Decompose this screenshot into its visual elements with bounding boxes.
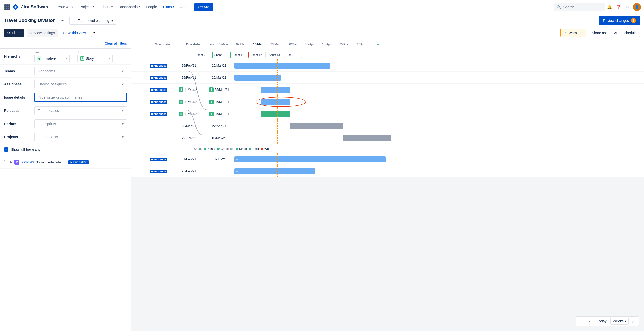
help-icon[interactable]: ❓ [615,3,623,11]
nav-projects[interactable]: Projects ▾ [76,0,98,14]
bar-4 [261,99,290,105]
clear-all-filters-button[interactable]: Clear all filters [105,41,127,45]
release-koala-dot [204,148,206,150]
nav-filters[interactable]: Filters ▾ [97,0,115,14]
timeline-date-2: 16/Mar [249,43,267,46]
chevron-down-icon: ▾ [625,319,626,323]
save-view-button[interactable]: Save this view [60,29,89,37]
arrow-left-icon: ← [234,76,239,79]
release-emu: Emu [249,147,259,151]
assignees-label: Assignees [4,82,34,86]
issue-row-bottom: ▶ P IOS-543 Social media integr... IN PR… [0,156,131,169]
today-marker-r6 [277,120,278,132]
filter-panel: Clear all filters Hierarchy From ◎ Initi… [0,38,131,331]
chevron-down-icon: ▾ [65,57,67,60]
nav-plans[interactable]: Plans ▾ [160,0,177,14]
today-button[interactable]: Today [594,318,609,325]
issue-status: IN PROGRESS [68,160,89,164]
avatar[interactable]: 👤 [633,3,641,11]
collapse-timeline-icon[interactable]: «» [210,42,214,46]
filters-button[interactable]: ⚙ Filters [4,29,24,37]
settings-icon[interactable]: ⚙ [624,3,632,11]
expand-button[interactable]: ⤢ [630,318,637,325]
row-4-start: S 11/Mar/21 [174,100,204,104]
weeks-dropdown[interactable]: Weeks ▾ [610,318,629,325]
issue-key[interactable]: IOS-543 [21,160,34,164]
prev-button[interactable]: ‹ [578,318,585,325]
show-hierarchy-label: Show full hierarchy [11,147,40,152]
chevron-down-icon: ▾ [122,122,124,126]
logo-text: Jira Software [21,4,50,10]
nav-dashboards[interactable]: Dashboards ▾ [116,0,143,14]
review-changes-button[interactable]: Review changes 2 [599,16,640,25]
chevron-down-icon: ▾ [122,135,124,139]
hierarchy-to-select[interactable]: S Story ▾ [77,55,113,62]
hierarchy-filter-row: Hierarchy From ◎ Initiative ▾ → To [0,49,131,65]
timeline-date-4: 30/Mar [284,43,301,46]
nav-your-work[interactable]: Your work [55,0,76,14]
row-8-timeline: ← [234,153,644,165]
nav-links: Your work Projects ▾ Filters ▾ Dashboard… [55,0,191,14]
chevron-down-icon: ▾ [93,5,94,8]
sprints-select[interactable]: Find sprints ▾ [34,119,127,128]
autoschedule-button[interactable]: Auto-schedule [611,29,640,37]
projects-label: Projects [4,135,34,139]
timeline-header: «» 02/Mar 09/Mar 16/Mar 23/Mar 30/Mar 06… [208,42,640,46]
releases-controls: Find releases ▾ [34,106,127,115]
sprint-bars: Sprint 9 Sprint 10 Sprint 11 Sprint 12 S… [192,50,644,59]
bar-9: ← [234,168,315,174]
jira-logo[interactable]: Jira Software [12,4,50,11]
row-2-start-date: 25/Feb/21 [174,76,204,79]
view-settings-button[interactable]: ⊜ View settings [27,29,58,37]
nav-apps[interactable]: Apps [177,0,191,14]
teams-select[interactable]: Find teams ▾ [34,67,127,75]
bar-5 [261,111,290,117]
next-button[interactable]: › [586,318,593,325]
release-dingo: Dingo [236,147,247,151]
show-hierarchy-checkbox[interactable]: ✓ [4,147,8,152]
projects-select[interactable]: Find projects ▾ [34,133,127,141]
assignees-select[interactable]: Choose assignees ▾ [34,80,127,88]
chevron-down-icon: ▾ [108,57,110,60]
hierarchy-from-select[interactable]: ◎ Initiative ▾ [34,55,70,62]
search-bar[interactable]: 🔍 Search [554,3,605,11]
planning-icon: ⊟ [73,19,76,23]
show-hierarchy-row: ✓ Show full hierarchy [0,143,131,156]
projects-controls: Find projects ▾ [34,133,127,141]
release-dingo-dot [236,148,238,150]
nav-people[interactable]: People [143,0,160,14]
release-crocodile: Crocodile [217,147,234,151]
gantt-row-1: IN PROGRESS 25/Feb/21 25/Mar/21 ← [131,59,644,72]
notifications-icon[interactable]: 🔔 [606,3,614,11]
bar-8: ← [234,156,386,162]
gantt-row-4: IN PROGRESS S 11/Mar/21 S 25/Mar/21 [131,96,644,108]
save-view-dropdown[interactable]: ▾ [91,29,97,37]
bar-2: ← [234,75,281,81]
filter-panel-header: Clear all filters [0,38,131,49]
releases-select[interactable]: Find releases ▾ [34,106,127,115]
more-options-button[interactable]: ··· [59,17,66,24]
checkmark-icon: ✓ [5,148,7,151]
issue-details-input[interactable] [34,93,127,102]
issue-summary: Social media integr... [36,160,66,164]
release-shark-label: Shark [194,147,202,151]
warnings-button[interactable]: ⚠ Warnings [560,29,587,37]
toolbar-right: ⚠ Warnings Share as Auto-schedule [560,29,640,37]
row-2-timeline: ← [234,72,644,83]
release-row: Shark Koala Crocodile Dingo [131,144,644,153]
search-icon: 🔍 [557,5,561,9]
create-button[interactable]: Create [194,3,213,11]
release-emu-label: Emu [252,147,259,151]
sub-header: Travel Booking Division ··· ⊟ Team-level… [0,14,644,27]
arrow-left-icon: ← [234,170,239,173]
share-button[interactable]: Share as [588,29,609,37]
release-koala: Koala [204,147,215,151]
grid-menu-icon[interactable] [3,3,11,11]
gantt-header: Start date Due date «» 02/Mar 09/Mar 16/… [131,38,644,50]
timeline-date-9: ● [370,43,387,46]
row-3-due: S 25/Mar/21 [204,87,234,92]
issue-checkbox[interactable] [4,160,8,164]
planning-mode-button[interactable]: ⊟ Team-level planning ▾ [69,17,116,25]
toolbar: ⚙ Filters ⊜ View settings Save this view… [0,27,644,38]
gantt-row-5: IN PROGRESS S 11/Mar/21 S 25/Mar/21 [131,108,644,120]
